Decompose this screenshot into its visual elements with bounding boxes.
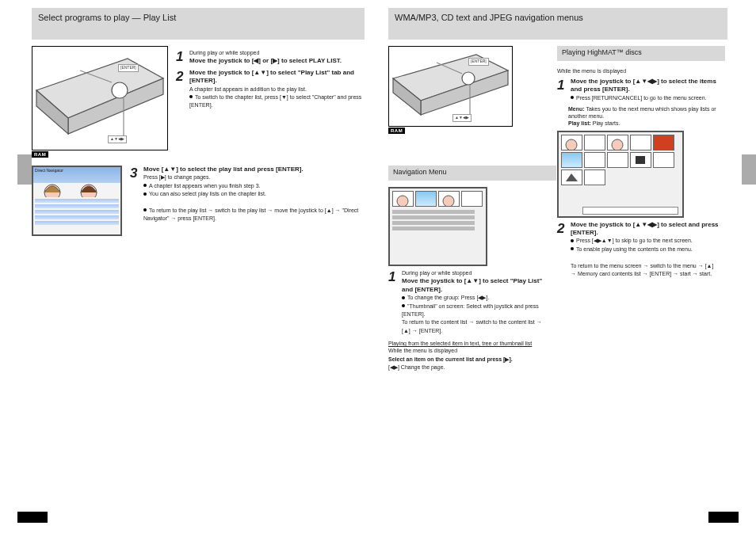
dvd-player-illustration-left: [ENTER] ▲▼◀▶	[32, 46, 168, 150]
page-number-left	[17, 512, 48, 523]
left-header: Select programs to play — Play List	[32, 8, 365, 40]
svg-point-17	[612, 139, 623, 150]
left-step3: Move [▲▼] to select the play list and pr…	[143, 166, 365, 223]
svg-rect-18	[636, 156, 645, 164]
nav-step1: During play or while stopped Move the jo…	[402, 269, 551, 335]
callout-enter-right: [ENTER]	[468, 58, 489, 66]
svg-point-16	[566, 139, 577, 150]
hm-step2: Move the joystick to [▲▼◀▶] to select an…	[571, 221, 720, 279]
hm-pre: While the menu is displayed	[557, 67, 720, 74]
step-2-number: 2	[176, 69, 185, 85]
highmat-screen	[557, 131, 684, 218]
svg-point-15	[443, 196, 454, 206]
svg-marker-19	[566, 173, 578, 181]
left-step2: Move the joystick to [▲▼] to select "Pla…	[189, 69, 365, 110]
dvd-player-illustration-right: [ENTER] ▲▼◀▶	[388, 46, 513, 127]
svg-point-3	[112, 82, 128, 98]
svg-point-11	[462, 72, 475, 85]
nav-menu-screen	[388, 187, 487, 266]
nav-menu-title: Navigation Menu	[388, 166, 556, 181]
nav-step1-num: 1	[388, 269, 398, 285]
bottom-section: Playing from the selected item in text, …	[388, 340, 551, 371]
menu-label: Menu:	[568, 106, 585, 112]
hm-step1-num: 1	[557, 78, 567, 93]
ram-badge-right: RAM	[388, 128, 405, 134]
step-3-number: 3	[130, 166, 139, 181]
highmat-title: Playing HighMAT™ discs	[557, 46, 725, 61]
right-header: WMA/MP3, CD text and JPEG navigation men…	[388, 8, 727, 40]
page-number-right	[708, 512, 739, 523]
direct-navigator-title: Direct Navigator	[33, 167, 120, 183]
left-step1: During play or while stopped Move the jo…	[189, 49, 342, 66]
menu-desc: Takes you to the next menu which shows p…	[568, 106, 716, 119]
callout-joystick-left: ▲▼◀▶	[108, 135, 127, 143]
callout-joystick-right: ▲▼◀▶	[452, 114, 472, 122]
ram-badge-left: RAM	[32, 151, 48, 158]
callout-enter-left: [ENTER]	[118, 64, 139, 72]
right-column: WMA/MP3, CD text and JPEG navigation men…	[388, 8, 727, 371]
step-1-number: 1	[176, 49, 185, 65]
direct-navigator-screen: Direct Navigator	[32, 166, 122, 236]
hm-step2-num: 2	[557, 221, 567, 237]
side-tab-left	[17, 154, 32, 185]
left-column: Select programs to play — Play List	[32, 8, 365, 239]
hm-step1: Move the joystick to [▲▼◀▶] to select th…	[571, 78, 720, 102]
side-tab-right	[742, 154, 756, 185]
playlist-label: Play list:	[568, 120, 591, 126]
playlist-desc: Play starts.	[593, 120, 620, 126]
svg-point-14	[397, 196, 408, 206]
